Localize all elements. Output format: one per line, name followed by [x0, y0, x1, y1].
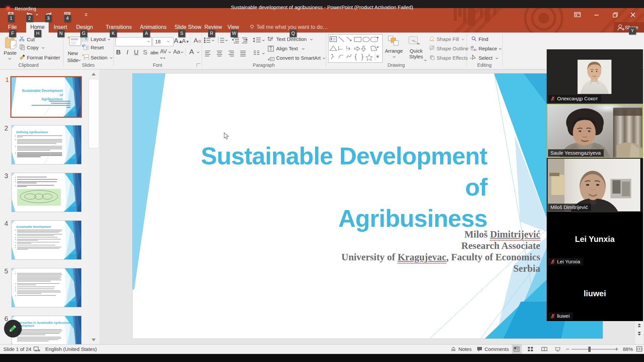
svg-text:A: A	[271, 36, 273, 39]
svg-text:→ac: →ac	[470, 48, 477, 51]
svg-text:Sustainable Development: Sustainable Development	[16, 225, 51, 228]
svg-text:Approaches to Sustainable Agri: Approaches to Sustainable Agribusiness	[16, 321, 71, 324]
svg-text:Defining Agribusiness: Defining Agribusiness	[16, 131, 48, 134]
svg-text:Sustainable Development: Sustainable Development	[22, 89, 63, 93]
svg-text:of: of	[60, 93, 63, 97]
svg-text:Agribusiness: Agribusiness	[42, 97, 63, 101]
